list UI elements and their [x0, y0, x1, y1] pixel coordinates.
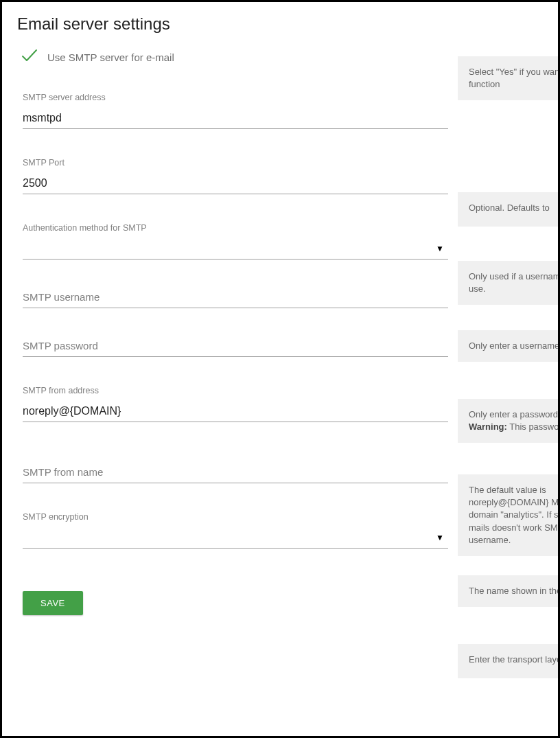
smtp-username-input[interactable] [23, 288, 448, 308]
hint-encryption: Enter the transport layer [458, 644, 560, 678]
hint-password: Only enter a password Warning: This pass… [458, 399, 560, 443]
hint-auth-method: Only used if a username to use. [458, 261, 560, 305]
use-smtp-label: Use SMTP server for e-mail [47, 51, 174, 63]
field-from-name [23, 463, 448, 483]
hint-from-address: The default value is noreply@{DOMAIN} Ma… [458, 474, 560, 556]
smtp-port-input[interactable] [23, 174, 448, 194]
from-name-input[interactable] [23, 463, 448, 483]
field-encryption: SMTP encryption ▼ [23, 512, 448, 549]
encryption-label: SMTP encryption [23, 512, 448, 522]
auth-method-select[interactable] [23, 240, 448, 260]
smtp-server-address-label: SMTP server address [23, 93, 448, 102]
field-smtp-server-address: SMTP server address [23, 93, 448, 129]
smtp-password-input[interactable] [23, 337, 448, 357]
check-icon [21, 49, 38, 65]
auth-method-label: Authentication method for SMTP [23, 223, 448, 233]
page-title: Email server settings [17, 14, 558, 34]
hint-from-name: The name shown in the [458, 575, 560, 607]
field-from-address: SMTP from address [23, 386, 448, 422]
field-smtp-port: SMTP Port [23, 158, 448, 194]
from-address-input[interactable] [23, 402, 448, 422]
save-button[interactable]: SAVE [23, 591, 83, 615]
hint-port: Optional. Defaults to [458, 192, 560, 227]
from-address-label: SMTP from address [23, 386, 448, 395]
hint-username: Only enter a username [458, 330, 560, 362]
encryption-select[interactable] [23, 529, 448, 549]
hint-use-smtp: Select "Yes" if you want function [458, 56, 560, 100]
smtp-port-label: SMTP Port [23, 158, 448, 168]
field-auth-method: Authentication method for SMTP ▼ [23, 223, 448, 260]
field-smtp-username [23, 288, 448, 308]
field-smtp-password [23, 337, 448, 357]
smtp-server-address-input[interactable] [23, 109, 448, 129]
